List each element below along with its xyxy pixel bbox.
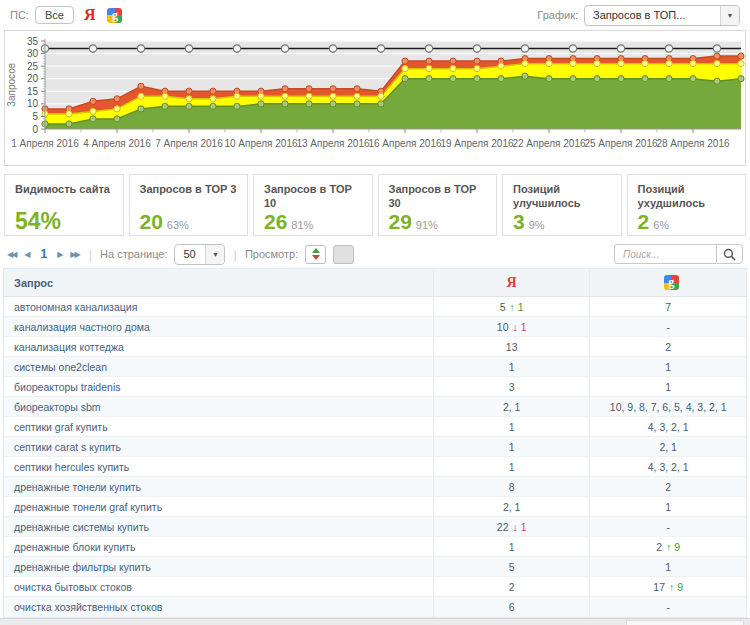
svg-text:4 Апреля 2016: 4 Апреля 2016 (83, 138, 151, 149)
table-row[interactable]: автономная канализация5↑ 17 (4, 297, 746, 317)
keyword-cell: автономная канализация (4, 297, 433, 316)
keyword-cell: септики hercules купить (4, 457, 433, 476)
stat-value: 26 (264, 210, 287, 233)
graph-select-label: График: (537, 9, 578, 21)
table-row[interactable]: дренажные системы купить22↓ 1- (4, 517, 746, 537)
table-row[interactable]: биореакторы sbm2, 110, 9, 8, 7, 6, 5, 4,… (4, 397, 746, 417)
yandex-position-cell: 5↑ 1 (433, 297, 590, 316)
table-row[interactable]: дренажные тонели купить82 (4, 477, 746, 497)
svg-text:10 Апреля 2016: 10 Апреля 2016 (224, 138, 297, 149)
table-row[interactable]: дренажные фильтры купить51 (4, 557, 746, 577)
column-header-yandex[interactable]: Я (433, 269, 590, 296)
svg-text:19 Апреля 2016: 19 Апреля 2016 (440, 138, 513, 149)
keyword-cell: системы one2clean (4, 357, 433, 376)
search-button[interactable] (716, 244, 743, 264)
table-row[interactable]: дренажные тонели graf купить2, 11 (4, 497, 746, 517)
yandex-position-cell: 1 (433, 437, 590, 456)
svg-text:22 Апреля 2016: 22 Апреля 2016 (512, 138, 585, 149)
stat-percent: 6% (653, 219, 669, 231)
svg-text:25 Апреля 2016: 25 Апреля 2016 (584, 138, 657, 149)
yandex-position-cell: 2, 1 (433, 497, 590, 516)
all-engines-button[interactable]: Все (35, 6, 74, 24)
yandex-icon: Я (507, 275, 517, 291)
column-header-google[interactable]: g (589, 269, 746, 296)
svg-text:15: 15 (27, 86, 39, 97)
column-header-keyword[interactable]: Запрос (4, 269, 433, 296)
prev-page-icon[interactable]: ◀ (24, 250, 30, 259)
keyword-cell: дренажные фильтры купить (4, 557, 433, 576)
google-position-cell: - (589, 597, 746, 617)
stat-card-top3[interactable]: Запросов в TOP 3 2063% (129, 174, 249, 236)
table-row[interactable]: очистка бытовых стоков217↑ 9 (4, 577, 746, 597)
table-row[interactable]: дренажные блоки купить12↑ 9 (4, 537, 746, 557)
table-row[interactable]: очистка хозяйственных стоков6- (4, 597, 746, 617)
stat-card-improved[interactable]: Позиций улучшилось 39% (502, 174, 622, 236)
keyword-cell: канализация частного дома (4, 317, 433, 336)
table-row[interactable]: канализация частного дома10↓ 1- (4, 317, 746, 337)
svg-text:16 Апреля 2016: 16 Апреля 2016 (368, 138, 441, 149)
google-position-cell: - (589, 317, 746, 336)
graph-type-select[interactable]: Запросов в ТОП... ▼ (584, 5, 740, 26)
table-row[interactable]: септики carat s купить12, 1 (4, 437, 746, 457)
footer-panel (626, 620, 744, 625)
grid-view-icon[interactable] (333, 245, 354, 264)
keyword-cell: дренажные тонели купить (4, 477, 433, 496)
search-box (614, 244, 743, 264)
svg-text:35: 35 (27, 36, 39, 47)
stat-percent: 91% (416, 219, 438, 231)
graph-type-value: Запросов в ТОП... (585, 6, 720, 25)
keyword-cell: биореакторы traidenis (4, 377, 433, 396)
stat-title: Видимость сайта (15, 182, 113, 210)
stat-title: Позиций улучшилось (513, 182, 611, 210)
last-page-icon[interactable]: ▶▶ (70, 250, 78, 259)
stat-value: 20 (140, 210, 163, 233)
stat-title: Запросов в TOP 3 (140, 182, 238, 210)
google-position-cell: - (589, 517, 746, 536)
google-position-cell: 1 (589, 357, 746, 376)
stat-card-declined[interactable]: Позиций ухудшилось 26% (627, 174, 747, 236)
current-page-number[interactable]: 1 (37, 247, 50, 261)
keyword-cell: биореакторы sbm (4, 397, 433, 416)
stat-percent: 9% (529, 219, 545, 231)
stat-card-visibility[interactable]: Видимость сайта 54% (4, 174, 124, 236)
svg-text:Запросов: Запросов (6, 63, 17, 107)
google-icon[interactable]: g (107, 8, 122, 23)
yandex-position-cell: 1 (433, 357, 590, 376)
yandex-position-cell: 1 (433, 457, 590, 476)
table-row[interactable]: канализация коттеджа132 (4, 337, 746, 357)
sort-positions-view-icon[interactable] (305, 245, 326, 264)
top-bar: ПС: Все Я g График: Запросов в ТОП... ▼ (0, 0, 750, 30)
stat-title: Запросов в TOP 10 (264, 182, 362, 210)
first-page-icon[interactable]: ◀◀ (7, 250, 15, 259)
google-position-cell: 1 (589, 497, 746, 516)
yandex-icon[interactable]: Я (84, 7, 96, 23)
view-mode-label: Просмотр: (245, 248, 298, 260)
divider: | (232, 247, 237, 262)
table-row[interactable]: биореакторы traidenis31 (4, 377, 746, 397)
stat-card-top30[interactable]: Запросов в TOP 30 2991% (378, 174, 498, 236)
table-row[interactable]: септики graf купить14, 3, 2, 1 (4, 417, 746, 437)
google-position-cell: 2↑ 9 (589, 537, 746, 556)
svg-text:30: 30 (27, 48, 39, 59)
arrow-up-icon: ↑ 9 (666, 541, 680, 553)
table-header: Запрос Я g (4, 269, 746, 297)
svg-text:13 Апреля 2016: 13 Апреля 2016 (296, 138, 369, 149)
google-position-cell: 1 (589, 377, 746, 396)
table-row[interactable]: системы one2clean11 (4, 357, 746, 377)
divider: | (88, 247, 93, 262)
table-row[interactable]: септики hercules купить14, 3, 2, 1 (4, 457, 746, 477)
keyword-cell: дренажные тонели graf купить (4, 497, 433, 516)
per-page-select[interactable]: 50 ▼ (174, 244, 225, 265)
keyword-cell: септики graf купить (4, 417, 433, 436)
google-position-cell: 7 (589, 297, 746, 316)
keyword-cell: септики carat s купить (4, 437, 433, 456)
stat-value: 29 (389, 210, 412, 233)
search-engines-label: ПС: (10, 9, 29, 21)
search-input[interactable] (614, 244, 716, 264)
svg-text:1 Апреля 2016: 1 Апреля 2016 (11, 138, 79, 149)
stat-card-top10[interactable]: Запросов в TOP 10 2681% (253, 174, 373, 236)
next-page-icon[interactable]: ▶ (57, 250, 63, 259)
positions-chart-card: 051015202530351 Апреля 20164 Апреля 2016… (4, 30, 746, 166)
svg-text:0: 0 (32, 124, 38, 135)
table-body: автономная канализация5↑ 17канализация ч… (4, 297, 746, 617)
